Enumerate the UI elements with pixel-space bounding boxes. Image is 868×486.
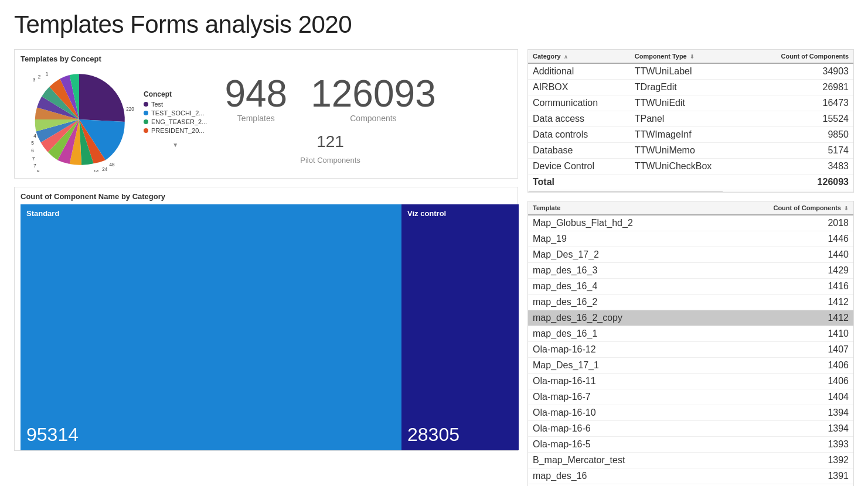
bottom-table-row[interactable]: Map_Globus_Flat_hd_2 2018 xyxy=(528,215,853,231)
top-table-count-cell: 3483 xyxy=(748,159,853,174)
legend-label-2: ENG_TEASER_2... xyxy=(151,118,207,125)
top-table-row[interactable]: Additional TTWUniLabel 34903 xyxy=(528,63,853,80)
bar-standard-label: Standard xyxy=(26,209,59,218)
right-panel: Category ∧ Component Type ⬇ Count of Com… xyxy=(527,49,854,486)
top-table-total-empty xyxy=(630,174,748,190)
top-table-row[interactable]: Data access TPanel 15524 xyxy=(528,111,853,127)
bar-standard[interactable]: Standard 95314 xyxy=(21,204,401,450)
bottom-table-row[interactable]: map_des_16_3_jul7-2 1381 xyxy=(528,484,853,487)
top-table-component-cell: TTWImageInf xyxy=(630,127,748,143)
kpi-components-label: Components xyxy=(311,114,436,123)
concept-content: 220 48 24 16 14 4 5 6 7 7 8 10 1 xyxy=(21,67,512,172)
bottom-table-count-cell: 2018 xyxy=(712,215,853,231)
top-table-count-cell: 5174 xyxy=(748,143,853,159)
kpi-components-number: 126093 xyxy=(311,75,436,112)
bottom-table-count-cell: 1440 xyxy=(712,247,853,263)
bottom-table-template-cell: Map_Des_17_2 xyxy=(528,247,712,263)
top-table-category-cell: AIRBOX xyxy=(528,80,630,95)
bottom-table-count-cell: 1416 xyxy=(712,279,853,295)
bottom-table-count-cell: 1412 xyxy=(712,310,853,326)
bottom-table-template-cell: Ola-map-16-10 xyxy=(528,405,712,421)
bottom-table-count-cell: 1410 xyxy=(712,326,853,342)
pie-slice-test[interactable] xyxy=(79,74,125,122)
legend-item-2[interactable]: ENG_TEASER_2... xyxy=(144,118,207,125)
pie-label-6: 6 xyxy=(31,148,34,153)
bottom-table-template-cell: Ola-map-16-11 xyxy=(528,374,712,389)
bar-standard-value: 95314 xyxy=(26,424,79,446)
top-table-row[interactable]: Communication TTWUniEdit 16473 xyxy=(528,95,853,111)
bottom-table: Template Count of Components ⬇ Map_Globu… xyxy=(528,201,853,486)
bottom-table-row[interactable]: map_des_16_4 1416 xyxy=(528,279,853,295)
legend-item-1[interactable]: TEST_SOCHI_2... xyxy=(144,109,207,117)
pie-label-5: 5 xyxy=(31,141,34,146)
bottom-table-template-cell: B_map_Mercator_test xyxy=(528,453,712,468)
bottom-table-row[interactable]: Map_Des_17_2 1440 xyxy=(528,247,853,263)
top-table-count-cell: 9850 xyxy=(748,127,853,143)
legend-label-1: TEST_SOCHI_2... xyxy=(151,109,204,117)
bottom-table-header-row: Template Count of Components ⬇ xyxy=(528,201,853,215)
bottom-table-row[interactable]: B_map_Mercator_test 1392 xyxy=(528,453,853,468)
bottom-table-col2-header[interactable]: Count of Components ⬇ xyxy=(712,201,853,215)
pie-label-7a: 7 xyxy=(32,156,35,162)
top-table-col3-header[interactable]: Count of Components xyxy=(748,50,853,63)
top-table-category-cell: Device Control xyxy=(528,159,630,174)
top-table-col2-header[interactable]: Component Type ⬇ xyxy=(630,50,748,63)
kpi-area: 948 Templates 126093 Components 121 Pilo… xyxy=(224,75,435,165)
legend-dot-0 xyxy=(144,102,148,107)
pie-chart-svg: 220 48 24 16 14 4 5 6 7 7 8 10 1 xyxy=(21,67,138,172)
bottom-table-row[interactable]: map_des_16_2 1412 xyxy=(528,295,853,310)
top-table-hscroll-thumb[interactable] xyxy=(528,191,723,193)
top-table-total-label: Total xyxy=(528,174,630,190)
bottom-table-template-cell: Map_Des_17_1 xyxy=(528,358,712,374)
bottom-table-row[interactable]: Ola-map-16-11 1406 xyxy=(528,374,853,389)
legend-dot-3 xyxy=(144,128,148,133)
bottom-table-template-cell: Ola-map-16-5 xyxy=(528,437,712,453)
top-table-col1-header[interactable]: Category ∧ xyxy=(528,50,630,63)
sort-icon-bottom: ⬇ xyxy=(844,206,849,211)
bottom-table-row[interactable]: Ola-map-16-10 1394 xyxy=(528,405,853,421)
top-table-category-cell: Additional xyxy=(528,63,630,80)
bottom-table-row[interactable]: Ola-map-16-6 1394 xyxy=(528,421,853,437)
top-table-row[interactable]: Device Control TTWUniCheckBox 3483 xyxy=(528,159,853,174)
bottom-table-row[interactable]: map_des_16 1391 xyxy=(528,468,853,484)
bottom-table-row[interactable]: Ola-map-16-5 1393 xyxy=(528,437,853,453)
bottom-table-row[interactable]: map_des_16_3 1429 xyxy=(528,263,853,279)
bottom-table-row[interactable]: Map_19 1446 xyxy=(528,231,853,247)
top-table-container: Category ∧ Component Type ⬇ Count of Com… xyxy=(527,49,854,193)
bottom-table-row[interactable]: Ola-map-16-12 1407 xyxy=(528,342,853,358)
top-table-row[interactable]: Database TTWUniMemo 5174 xyxy=(528,143,853,159)
bottom-table-row[interactable]: map_des_16_1 1410 xyxy=(528,326,853,342)
bottom-table-count-cell: 1393 xyxy=(712,437,853,453)
top-table-row[interactable]: AIRBOX TDragEdit 26981 xyxy=(528,80,853,95)
pie-label-2: 2 xyxy=(38,74,41,80)
pie-label-8: 8 xyxy=(37,169,40,172)
top-table-component-cell: TTWUniLabel xyxy=(630,63,748,80)
legend-item-0[interactable]: Test xyxy=(144,101,207,108)
pie-label-4: 4 xyxy=(33,134,36,139)
top-table-hscroll[interactable] xyxy=(528,191,853,193)
bottom-table-row[interactable]: Map_Des_17_1 1406 xyxy=(528,358,853,374)
top-table-component-cell: TDragEdit xyxy=(630,80,748,95)
pie-label-16: 16 xyxy=(94,170,100,172)
bottom-table-template-cell: map_des_16_3 xyxy=(528,263,712,279)
kpi-components-block: 126093 Components xyxy=(311,75,436,123)
bottom-table-row[interactable]: Ola-map-16-7 1404 xyxy=(528,389,853,405)
pie-chart-area: 220 48 24 16 14 4 5 6 7 7 8 10 1 xyxy=(21,67,138,172)
top-table-count-cell: 34903 xyxy=(748,63,853,80)
bottom-table-row[interactable]: map_des_16_2_copy 1412 xyxy=(528,310,853,326)
bottom-table-template-cell: map_des_16_2 xyxy=(528,295,712,310)
top-table-row[interactable]: Data controls TTWImageInf 9850 xyxy=(528,127,853,143)
bottom-table-body: Map_Globus_Flat_hd_2 2018 Map_19 1446 Ma… xyxy=(528,215,853,486)
top-table-component-cell: TTWUniEdit xyxy=(630,95,748,111)
legend-item-3[interactable]: PRESIDENT_20... xyxy=(144,127,207,134)
bottom-table-count-cell: 1412 xyxy=(712,295,853,310)
bottom-table-col1-header[interactable]: Template xyxy=(528,201,712,215)
legend-dot-1 xyxy=(144,111,148,115)
top-table-category-cell: Communication xyxy=(528,95,630,111)
legend-chevron-area: ▼ xyxy=(144,139,207,149)
pie-label-48: 48 xyxy=(110,162,115,167)
chevron-down-icon[interactable]: ▼ xyxy=(172,142,178,148)
bar-viz-label: Viz control xyxy=(407,209,446,218)
bar-viz[interactable]: Viz control 28305 xyxy=(401,204,519,450)
bottom-table-template-cell: Map_19 xyxy=(528,231,712,247)
